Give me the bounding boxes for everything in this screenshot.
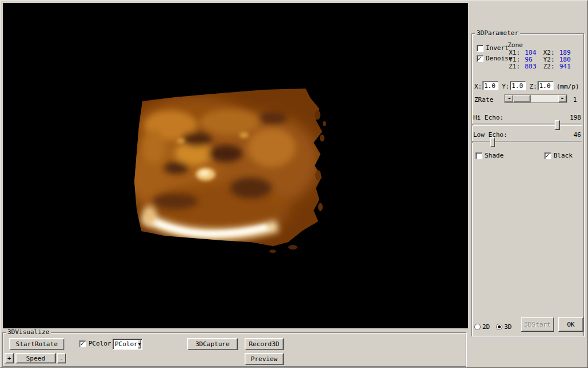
zrate-scroll-thumb[interactable]: [513, 95, 531, 102]
mode-3d-label: 3D: [504, 323, 512, 331]
chevron-down-icon[interactable]: ▼: [138, 340, 141, 348]
invert-label: Invert: [486, 44, 509, 52]
hi-echo-label: Hi Echo:: [473, 114, 504, 121]
zrate-label: ZRate: [474, 96, 493, 103]
capture3d-button[interactable]: 3DCapture: [187, 338, 238, 350]
zone-z1-label: Z1:: [509, 63, 520, 70]
low-echo-slider-thumb[interactable]: [490, 137, 495, 147]
zone-z2-value: 941: [559, 63, 571, 70]
ok-button[interactable]: OK: [558, 317, 583, 332]
visualize-groupbox: 3DVisualize StartRotate ✓ PColor PColor …: [2, 332, 466, 367]
hi-echo-slider-track[interactable]: [472, 124, 582, 126]
pcolor-checkbox[interactable]: ✓: [79, 340, 86, 347]
zone-title: Zone: [508, 41, 523, 49]
invert-checkbox[interactable]: [477, 45, 483, 52]
zrate-scrollbar[interactable]: ◄ ►: [504, 94, 567, 103]
pcolor-checkbox-label: PColor: [88, 340, 111, 347]
zrate-scroll-right-icon[interactable]: ►: [558, 95, 567, 102]
hi-echo-value: 198: [570, 114, 581, 121]
mode-3d-radio[interactable]: [496, 324, 502, 330]
shade-label: Shade: [485, 152, 504, 159]
pcolor-dropdown[interactable]: PColor ▼: [113, 339, 142, 350]
scale-y-input[interactable]: [510, 81, 526, 90]
start-rotate-button[interactable]: StartRotate: [9, 338, 64, 350]
hi-echo-slider-thumb[interactable]: [555, 120, 560, 130]
mode-2d-radio[interactable]: [474, 324, 481, 330]
parameter-groupbox: 3DParameter Invert ✓ Denoise Zone X1: 10…: [471, 33, 584, 336]
scale-unit-label: (mm/p): [556, 83, 579, 90]
scale-y-label: Y:: [502, 83, 509, 90]
render-viewport[interactable]: [3, 3, 468, 328]
shade-checkbox[interactable]: [475, 152, 482, 159]
start3d-button[interactable]: 3DStart: [521, 317, 554, 332]
speed-button[interactable]: Speed: [16, 353, 56, 363]
black-checkbox[interactable]: ✓: [544, 152, 551, 159]
zone-z1-value: 803: [525, 63, 536, 70]
record3d-button[interactable]: Record3D: [245, 338, 284, 350]
zrate-value: 1: [573, 96, 577, 103]
speed-minus-button[interactable]: -: [57, 353, 66, 363]
speed-plus-button[interactable]: +: [5, 353, 14, 363]
mode-2d-label: 2D: [482, 323, 490, 331]
ultrasound-volume-render: [3, 3, 468, 328]
visualize-groupbox-title: 3DVisualize: [6, 328, 51, 336]
low-echo-slider-track[interactable]: [472, 141, 582, 143]
scale-x-input[interactable]: [482, 81, 498, 90]
denoise-checkbox[interactable]: ✓: [477, 55, 483, 62]
parameter-groupbox-title: 3DParameter: [475, 29, 520, 37]
black-label: Black: [554, 152, 572, 159]
zone-z2-label: Z2:: [543, 63, 555, 70]
preview-button[interactable]: Preview: [245, 353, 284, 365]
scale-z-label: Z:: [529, 83, 537, 90]
app-window: 3DParameter Invert ✓ Denoise Zone X1: 10…: [0, 0, 588, 368]
check-icon: ✓: [80, 340, 84, 347]
scale-x-label: X:: [474, 83, 482, 90]
scale-z-input[interactable]: [537, 81, 554, 90]
radio-dot-icon: [498, 325, 501, 328]
low-echo-value: 46: [574, 131, 581, 139]
pcolor-dropdown-value: PColor: [113, 340, 138, 348]
zrate-scroll-left-icon[interactable]: ◄: [505, 95, 513, 102]
check-icon: ✓: [546, 152, 550, 159]
check-icon: ✓: [478, 55, 482, 62]
